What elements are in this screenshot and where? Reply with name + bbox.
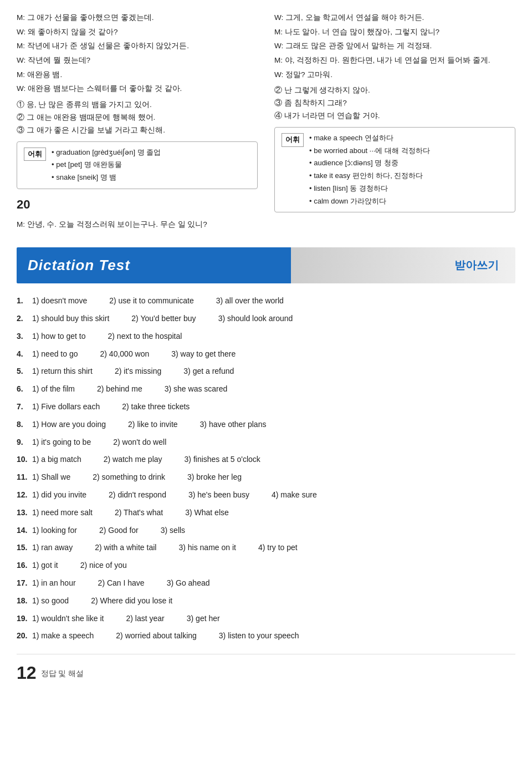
dictation-1-opt2: 2) use it to communicate xyxy=(109,294,194,308)
dictation-item-1: 1. 1) doesn't move 2) use it to communic… xyxy=(17,294,515,308)
vocab-item-pet: pet [pet] 명 애완동물 xyxy=(52,159,161,171)
dictation-6-opt3: 3) she was scared xyxy=(165,383,228,396)
page-number: 12 xyxy=(17,659,37,687)
dictation-item-15: 15. 1) ran away 2) with a white tail 3) … xyxy=(17,541,515,555)
right-item-2: ② 난 그렇게 생각하지 않아. xyxy=(274,84,515,97)
dictation-item-5: 5. 1) return this shirt 2) it's missing … xyxy=(17,365,515,378)
right-item-3: ③ 좀 침착하지 그래? xyxy=(274,97,515,110)
dictation-6-opt2: 2) behind me xyxy=(97,383,142,396)
dictation-5-opt3: 3) get a refund xyxy=(183,365,234,378)
page: M: 그 애가 선물을 좋아했으면 좋겠는데. W: 왜 좋아하지 않을 것 같… xyxy=(0,0,532,704)
dictation-5-opt2: 2) it's missing xyxy=(115,365,161,378)
right-dialogue-col: W: 그게, 오늘 학교에서 연설을 해야 하거든. M: 나도 알아. 너 연… xyxy=(274,11,515,231)
dictation-num-17: 17. xyxy=(17,577,32,590)
section-20-text: M: 안녕, 수. 오늘 걱정스러워 보이는구나. 무슨 일 있니? xyxy=(17,219,258,231)
dictation-options-17: 1) in an hour 2) Can I have 3) Go ahead xyxy=(32,577,515,590)
right-item-4: ④ 내가 너라면 더 연습할 거야. xyxy=(274,110,515,123)
left-dialogue-col: M: 그 애가 선물을 좋아했으면 좋겠는데. W: 왜 좋아하지 않을 것 같… xyxy=(17,11,258,231)
left-line-3: M: 작년에 내가 준 생일 선물은 좋아하지 않았거든. xyxy=(17,39,258,53)
dictation-item-6: 6. 1) of the film 2) behind me 3) she wa… xyxy=(17,383,515,396)
dictation-4-opt2: 2) 40,000 won xyxy=(100,348,150,361)
right-line-3: W: 그래도 많은 관중 앞에서 말하는 게 걱정돼. xyxy=(274,39,515,53)
page-footer: 12 정답 및 해설 xyxy=(17,654,515,687)
left-dialogue-text: M: 그 애가 선물을 좋아했으면 좋겠는데. W: 왜 좋아하지 않을 것 같… xyxy=(17,11,258,95)
dictation-8-opt3: 3) have other plans xyxy=(200,418,267,431)
dictation-13-opt3: 3) What else xyxy=(185,506,229,520)
dictation-num-6: 6. xyxy=(17,383,32,396)
dictation-options-16: 1) got it 2) nice of you xyxy=(32,559,515,572)
vocab-take-it-easy: take it easy 편안히 하다, 진정하다 xyxy=(309,170,430,182)
dictation-item-19: 19. 1) wouldn't she like it 2) last year… xyxy=(17,612,515,626)
dictation-num-14: 14. xyxy=(17,524,32,537)
dictation-17-opt3: 3) Go ahead xyxy=(167,577,210,590)
dictation-10-opt3: 3) finishes at 5 o'clock xyxy=(185,453,260,466)
dictation-num-3: 3. xyxy=(17,330,32,343)
dictation-item-18: 18. 1) so good 2) Where did you lose it xyxy=(17,595,515,608)
dictation-header: Dictation Test 받아쓰기 xyxy=(17,247,515,284)
dictation-options-4: 1) need to go 2) 40,000 won 3) way to ge… xyxy=(32,348,515,361)
dictation-11-opt2: 2) something to drink xyxy=(93,471,165,484)
left-line-5: M: 애완용 뱀. xyxy=(17,68,258,82)
dictation-item-10: 10. 1) a big match 2) watch me play 3) f… xyxy=(17,453,515,466)
dictation-9-opt1: 1) it's going to be xyxy=(32,436,91,449)
dictation-options-8: 1) How are you doing 2) like to invite 3… xyxy=(32,418,515,431)
dictation-num-1: 1. xyxy=(17,294,32,308)
dictation-2-opt2: 2) You'd better buy xyxy=(131,312,196,326)
dictation-20-opt1: 1) make a speech xyxy=(32,629,94,643)
dictation-10-opt2: 2) watch me play xyxy=(104,453,162,466)
dictation-num-8: 8. xyxy=(17,418,32,431)
dictation-options-1: 1) doesn't move 2) use it to communicate… xyxy=(32,294,515,308)
dictation-19-opt3: 3) get her xyxy=(187,612,220,626)
section-number-20: 20 xyxy=(17,195,258,214)
left-line-2: W: 왜 좋아하지 않을 것 같아? xyxy=(17,26,258,39)
dictation-4-opt1: 1) need to go xyxy=(32,348,78,361)
dictation-options-10: 1) a big match 2) watch me play 3) finis… xyxy=(32,453,515,466)
dictation-14-opt3: 3) sells xyxy=(161,524,185,537)
dictation-8-opt2: 2) like to invite xyxy=(128,418,177,431)
dictation-options-13: 1) need more salt 2) That's what 3) What… xyxy=(32,506,515,520)
dictation-item-14: 14. 1) looking for 2) Good for 3) sells xyxy=(17,524,515,537)
dictation-1-opt3: 3) all over the world xyxy=(216,294,284,308)
dictation-16-opt1: 1) got it xyxy=(32,559,58,572)
dictation-num-10: 10. xyxy=(17,453,32,466)
vocab-label-right: 어휘 xyxy=(282,133,304,147)
dictation-12-opt1: 1) did you invite xyxy=(32,489,86,502)
dictation-20-opt2: 2) worried about talking xyxy=(116,629,197,643)
dictation-title: Dictation Test xyxy=(28,254,130,277)
left-numbered-items: ① 응, 난 많은 종류의 뱀을 가지고 있어. ② 그 애는 애완용 뱀때문에… xyxy=(17,99,258,137)
dictation-3-opt2: 2) next to the hospital xyxy=(108,330,182,343)
dictation-item-13: 13. 1) need more salt 2) That's what 3) … xyxy=(17,506,515,520)
dictation-13-opt1: 1) need more salt xyxy=(32,506,93,520)
dictation-item-11: 11. 1) Shall we 2) something to drink 3)… xyxy=(17,471,515,484)
left-item-3: ③ 그 애가 좋은 시간을 보낼 거라고 확신해. xyxy=(17,124,258,137)
dictation-options-2: 1) should buy this skirt 2) You'd better… xyxy=(32,312,515,326)
dictation-item-8: 8. 1) How are you doing 2) like to invit… xyxy=(17,418,515,431)
dictation-options-20: 1) make a speech 2) worried about talkin… xyxy=(32,629,515,643)
dictation-17-opt1: 1) in an hour xyxy=(32,577,76,590)
dictation-10-opt1: 1) a big match xyxy=(32,453,81,466)
dictation-options-19: 1) wouldn't she like it 2) last year 3) … xyxy=(32,612,515,626)
left-line-6: W: 애완용 뱀보다는 스웨터를 더 좋아할 것 같아. xyxy=(17,82,258,95)
dictation-num-13: 13. xyxy=(17,506,32,520)
dictation-list: 1. 1) doesn't move 2) use it to communic… xyxy=(17,294,515,643)
dictation-7-opt2: 2) take three tickets xyxy=(122,400,190,414)
dictation-item-20: 20. 1) make a speech 2) worried about ta… xyxy=(17,629,515,643)
dictation-2-opt1: 1) should buy this skirt xyxy=(32,312,109,326)
dictation-13-opt2: 2) That's what xyxy=(115,506,163,520)
dictation-options-15: 1) ran away 2) with a white tail 3) his … xyxy=(32,541,515,555)
dictation-12-opt3: 3) he's been busy xyxy=(188,489,249,502)
dictation-num-20: 20. xyxy=(17,629,32,643)
left-line-4: W: 작년에 뭘 줬는데? xyxy=(17,54,258,67)
dictation-num-19: 19. xyxy=(17,612,32,626)
dictation-18-opt1: 1) so good xyxy=(32,595,69,608)
dictation-4-opt3: 3) way to get there xyxy=(171,348,236,361)
dictation-item-2: 2. 1) should buy this skirt 2) You'd bet… xyxy=(17,312,515,326)
right-vocab-content: make a speech 연설하다 be worried about ···에… xyxy=(309,132,430,208)
dictation-num-9: 9. xyxy=(17,436,32,449)
dictation-5-opt1: 1) return this shirt xyxy=(32,365,93,378)
right-line-2: M: 나도 알아. 너 연습 많이 했잖아, 그렇지 않니? xyxy=(274,26,515,39)
right-line-4: M: 야, 걱정하진 마. 원한다면, 내가 네 연설을 먼저 들어봐 줄게. xyxy=(274,54,515,67)
page-label: 정답 및 해설 xyxy=(41,667,84,679)
dictation-num-16: 16. xyxy=(17,559,32,572)
dictation-14-opt1: 1) looking for xyxy=(32,524,77,537)
